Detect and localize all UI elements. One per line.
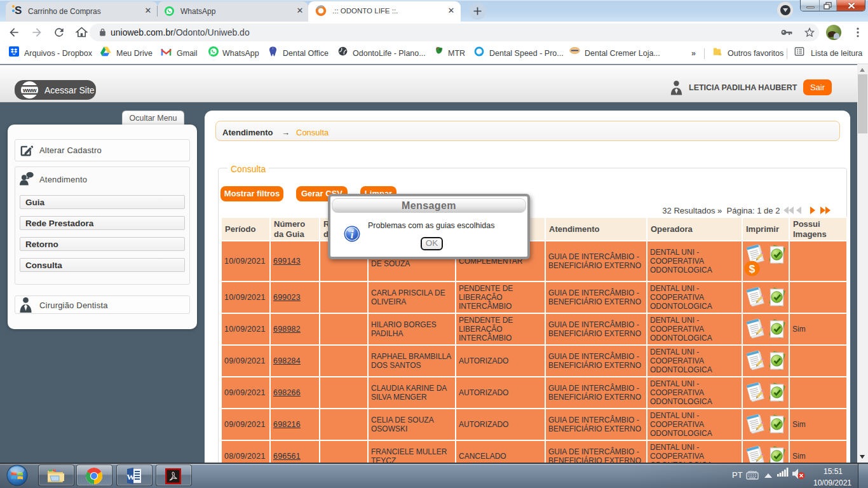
svg-text:W: W xyxy=(126,472,135,482)
svg-text:www: www xyxy=(22,86,37,93)
svg-text:i: i xyxy=(351,229,354,241)
